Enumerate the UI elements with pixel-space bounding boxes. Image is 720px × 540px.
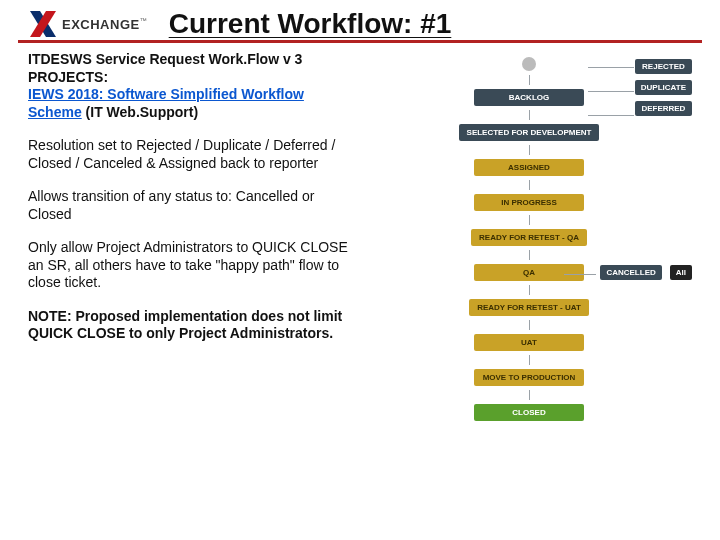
right-column: BACKLOG SELECTED FOR DEVELOPMENT ASSIGNE… [366,51,692,421]
para-note: NOTE: Proposed implementation does not l… [28,308,348,343]
cancelled-row: CANCELLED All [600,265,692,280]
content: ITDESWS Service Request Work.Flow v 3 PR… [0,51,720,421]
connector [529,320,530,330]
node-rejected: REJECTED [635,59,692,74]
connector [588,115,634,116]
connector [529,215,530,225]
node-qa: QA [474,264,584,281]
node-inprogress: IN PROGRESS [474,194,584,211]
connector [529,390,530,400]
side-labels: REJECTED DUPLICATE DEFERRED [635,59,692,116]
node-deferred: DEFERRED [635,101,692,116]
node-ready-qa: READY FOR RETEST - QA [471,229,587,246]
connector [588,67,634,68]
para-resolution: Resolution set to Rejected / Duplicate /… [28,137,348,172]
left-column: ITDESWS Service Request Work.Flow v 3 PR… [28,51,348,421]
connector [529,145,530,155]
para-quick-close: Only allow Project Administrators to QUI… [28,239,348,292]
node-move-prod: MOVE TO PRODUCTION [474,369,584,386]
start-node-icon [522,57,536,71]
logo-mark [30,11,56,37]
node-closed: CLOSED [474,404,584,421]
connector [529,355,530,365]
node-uat: UAT [474,334,584,351]
connector [529,75,530,85]
exchange-x-icon [30,11,56,37]
connector [529,285,530,295]
logo-text: EXCHANGE™ [62,15,147,33]
header: EXCHANGE™ Current Workflow: #1 [18,0,702,43]
node-assigned: ASSIGNED [474,159,584,176]
node-duplicate: DUPLICATE [635,80,692,95]
block-heading: ITDESWS Service Request Work.Flow v 3 PR… [28,51,348,121]
node-selected: SELECTED FOR DEVELOPMENT [459,124,600,141]
logo-area: EXCHANGE™ [30,11,147,37]
connector [564,274,596,275]
node-cancelled: CANCELLED [600,265,661,280]
page-title: Current Workflow: #1 [169,8,452,40]
node-ready-uat: READY FOR RETEST - UAT [469,299,589,316]
connector [529,180,530,190]
connector [588,91,634,92]
badge-all: All [670,265,692,280]
connector [529,250,530,260]
para-transition: Allows transition of any status to: Canc… [28,188,348,223]
node-backlog: BACKLOG [474,89,584,106]
connector [529,110,530,120]
